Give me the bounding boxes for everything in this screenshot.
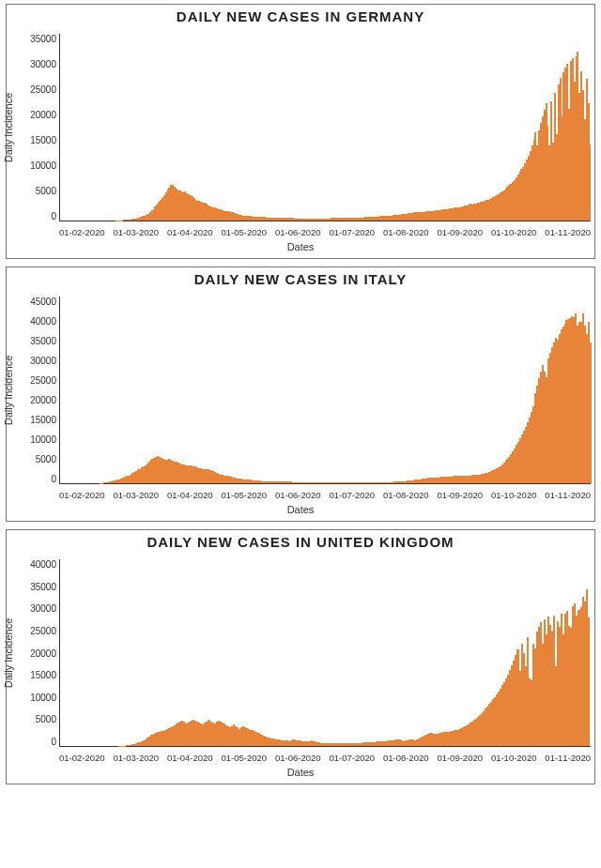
x-tick-label: 01-11-2020	[545, 490, 591, 500]
y-tick-label: 35000	[30, 582, 56, 592]
x-tick-label: 01-05-2020	[221, 490, 267, 500]
plot-area	[59, 297, 591, 484]
y-tick-label: 25000	[30, 375, 56, 386]
y-tick-label: 30000	[30, 603, 56, 614]
x-tick-label: 01-02-2020	[59, 490, 105, 500]
x-tick-label: 01-08-2020	[383, 490, 429, 500]
y-tick-label: 0	[51, 474, 56, 484]
x-axis-label: Dates	[7, 241, 594, 252]
y-tick-label: 10000	[30, 693, 56, 703]
bar	[588, 617, 590, 746]
y-tick-label: 20000	[30, 110, 56, 120]
y-tick-label: 35000	[30, 336, 56, 346]
x-tick-label: 01-07-2020	[329, 753, 375, 763]
x-tick-label: 01-09-2020	[437, 753, 483, 763]
x-axis: 01-02-202001-03-202001-04-202001-05-2020…	[59, 751, 591, 763]
y-tick-label: 25000	[30, 626, 56, 636]
chart-title: DAILY NEW CASES IN UNITED KINGDOM	[7, 534, 594, 550]
y-tick-label: 40000	[30, 559, 56, 570]
chart-panel: DAILY NEW CASES IN UNITED KINGDOMDaily I…	[6, 529, 595, 784]
x-axis: 01-02-202001-03-202001-04-202001-05-2020…	[59, 225, 591, 237]
x-tick-label: 01-03-2020	[113, 753, 159, 763]
y-tick-label: 30000	[30, 356, 56, 366]
x-tick-label: 01-03-2020	[113, 227, 159, 237]
y-tick-label: 15000	[30, 415, 56, 425]
y-axis-label: Daily Incidence	[3, 618, 14, 689]
x-tick-label: 01-10-2020	[491, 227, 537, 237]
x-axis-label: Dates	[7, 767, 594, 778]
y-axis: 4500040000350003000025000200001500010000…	[25, 297, 59, 484]
y-axis: 35000300002500020000150001000050000	[25, 34, 59, 221]
y-tick-label: 30000	[30, 59, 56, 69]
x-axis: 01-02-202001-03-202001-04-202001-05-2020…	[59, 488, 591, 500]
x-tick-label: 01-04-2020	[167, 490, 213, 500]
chart-title: DAILY NEW CASES IN GERMANY	[7, 8, 594, 24]
x-tick-label: 01-09-2020	[437, 227, 483, 237]
y-tick-label: 15000	[30, 670, 56, 680]
plot-area	[59, 34, 591, 221]
x-tick-label: 01-06-2020	[275, 753, 321, 763]
y-tick-label: 20000	[30, 395, 56, 405]
x-tick-label: 01-02-2020	[59, 753, 105, 763]
x-tick-label: 01-04-2020	[167, 753, 213, 763]
y-tick-label: 5000	[36, 186, 56, 196]
x-tick-label: 01-06-2020	[275, 227, 321, 237]
plot-area	[59, 559, 591, 747]
x-tick-label: 01-02-2020	[59, 227, 105, 237]
chart-title: DAILY NEW CASES IN ITALY	[7, 271, 594, 287]
x-tick-label: 01-07-2020	[329, 227, 375, 237]
x-tick-label: 01-10-2020	[491, 490, 537, 500]
y-tick-label: 10000	[30, 160, 56, 171]
y-tick-label: 0	[51, 211, 56, 221]
y-tick-label: 0	[51, 737, 56, 747]
y-tick-label: 5000	[36, 454, 56, 464]
y-tick-label: 15000	[30, 135, 56, 145]
y-tick-label: 35000	[30, 34, 56, 44]
x-tick-label: 01-03-2020	[113, 490, 159, 500]
chart-panel: DAILY NEW CASES IN ITALYDaily Incidence4…	[6, 266, 595, 522]
x-tick-label: 01-10-2020	[491, 753, 537, 763]
x-tick-label: 01-11-2020	[545, 227, 591, 237]
y-tick-label: 5000	[36, 714, 56, 724]
bar	[590, 145, 592, 221]
y-axis: 4000035000300002500020000150001000050000	[25, 559, 59, 747]
y-tick-label: 45000	[30, 297, 56, 307]
y-axis-label: Daily Incidence	[3, 93, 14, 163]
y-tick-label: 10000	[30, 434, 56, 445]
chart-panel: DAILY NEW CASES IN GERMANYDaily Incidenc…	[6, 4, 595, 259]
x-tick-label: 01-06-2020	[275, 490, 321, 500]
x-tick-label: 01-04-2020	[167, 227, 213, 237]
y-tick-label: 25000	[30, 84, 56, 95]
x-tick-label: 01-08-2020	[383, 227, 429, 237]
x-tick-label: 01-09-2020	[437, 490, 483, 500]
y-tick-label: 20000	[30, 648, 56, 659]
x-tick-label: 01-05-2020	[221, 227, 267, 237]
x-tick-label: 01-11-2020	[545, 753, 591, 763]
bar	[590, 343, 592, 483]
x-axis-label: Dates	[7, 504, 594, 515]
y-axis-label: Daily Incidence	[3, 356, 14, 426]
x-tick-label: 01-08-2020	[383, 753, 429, 763]
y-tick-label: 40000	[30, 316, 56, 327]
x-tick-label: 01-07-2020	[329, 490, 375, 500]
x-tick-label: 01-05-2020	[221, 753, 267, 763]
